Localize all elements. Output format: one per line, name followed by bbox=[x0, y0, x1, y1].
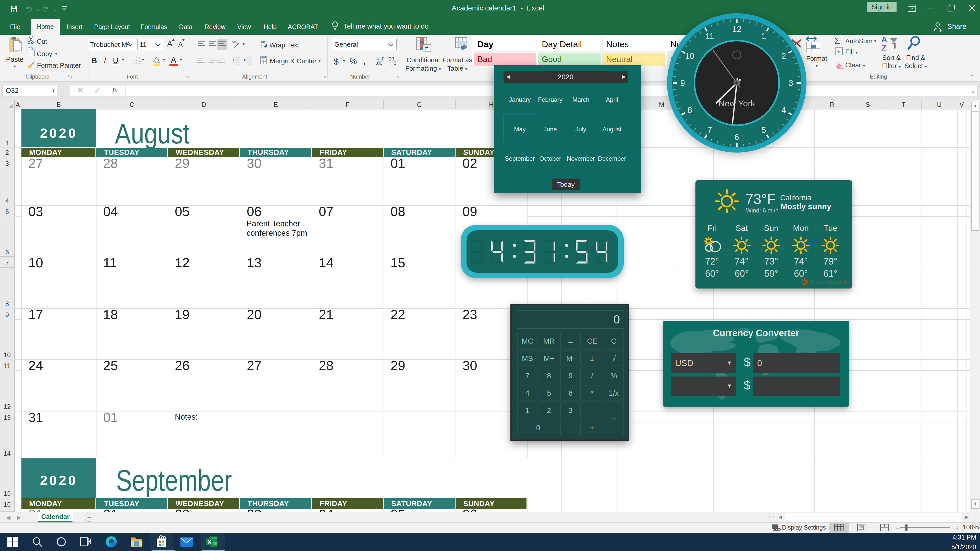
svg-text:73°: 73° bbox=[764, 256, 778, 267]
svg-text:AccuWeather: AccuWeather bbox=[810, 278, 850, 286]
svg-text:Tue: Tue bbox=[824, 224, 837, 233]
svg-text:Fri: Fri bbox=[707, 224, 717, 233]
svg-text:Mostly sunny: Mostly sunny bbox=[781, 202, 832, 211]
svg-text:2: 2 bbox=[781, 51, 786, 61]
svg-text:Wind: 6 mi/h: Wind: 6 mi/h bbox=[746, 207, 779, 214]
svg-text:74°: 74° bbox=[794, 256, 808, 267]
svg-text:60°: 60° bbox=[794, 268, 808, 279]
svg-text:12: 12 bbox=[732, 24, 741, 34]
svg-text:California: California bbox=[780, 194, 811, 202]
svg-text:74°: 74° bbox=[735, 256, 749, 267]
svg-text:79°: 79° bbox=[824, 256, 837, 267]
svg-text:A: A bbox=[881, 35, 887, 43]
svg-text:10: 10 bbox=[685, 51, 695, 61]
svg-text:5: 5 bbox=[762, 125, 766, 135]
svg-text:c: c bbox=[261, 44, 263, 48]
svg-text:ab: ab bbox=[261, 40, 265, 44]
svg-text:Sat: Sat bbox=[735, 224, 748, 233]
svg-text:61°: 61° bbox=[824, 268, 837, 279]
svg-text:1: 1 bbox=[762, 32, 766, 41]
svg-text:72°: 72° bbox=[705, 256, 719, 267]
svg-text:11: 11 bbox=[705, 32, 714, 41]
svg-text:60°: 60° bbox=[735, 268, 749, 279]
svg-text:ab: ab bbox=[232, 40, 236, 44]
svg-text:≠: ≠ bbox=[425, 44, 428, 52]
svg-text:3: 3 bbox=[789, 78, 793, 88]
svg-text:59°: 59° bbox=[764, 268, 778, 279]
svg-text:Mon: Mon bbox=[793, 224, 809, 233]
svg-text:Z: Z bbox=[881, 44, 886, 52]
svg-text:60°: 60° bbox=[705, 268, 719, 279]
svg-text:8: 8 bbox=[687, 105, 692, 115]
svg-text:4: 4 bbox=[781, 105, 786, 115]
svg-text:73°F: 73°F bbox=[746, 191, 776, 207]
svg-text:Sun: Sun bbox=[764, 224, 779, 233]
svg-text:New York: New York bbox=[718, 98, 756, 108]
svg-text:6: 6 bbox=[735, 132, 739, 142]
svg-text:9: 9 bbox=[680, 78, 685, 88]
svg-text:7: 7 bbox=[708, 125, 712, 135]
